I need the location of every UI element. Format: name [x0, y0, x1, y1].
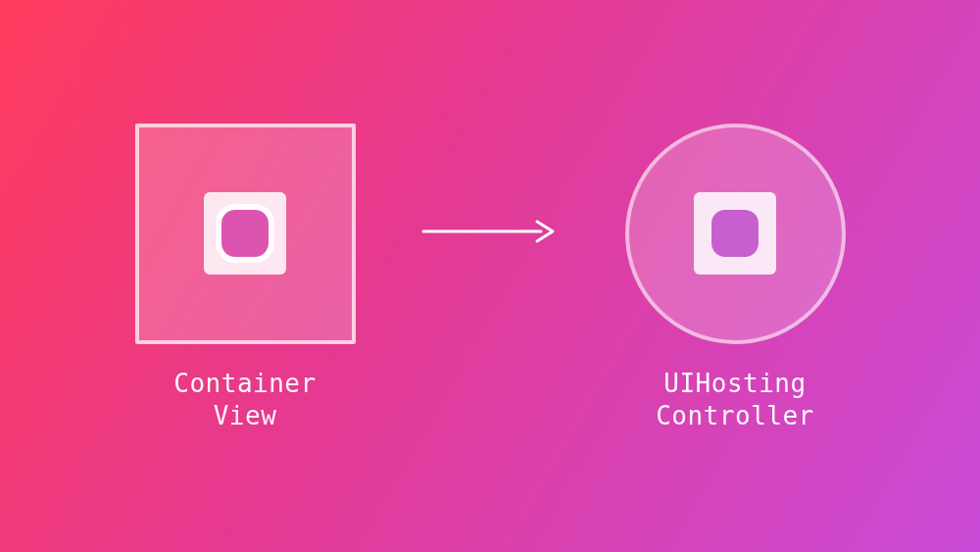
svg-rect-5 — [711, 210, 759, 257]
arrow-right-icon — [421, 218, 559, 249]
nested-square-icon — [196, 184, 294, 282]
uihosting-controller-shape-wrap — [625, 121, 846, 346]
uihosting-controller-col: UIHosting Controller — [608, 121, 862, 431]
diagram-row: Container View UIHosting Controller — [118, 121, 862, 431]
container-view-square — [135, 124, 356, 344]
arrow-wrap — [421, 121, 559, 346]
uihosting-controller-circle — [625, 124, 846, 344]
svg-rect-2 — [221, 210, 269, 257]
uihosting-controller-label: UIHosting Controller — [656, 368, 814, 431]
container-view-col: Container View — [118, 121, 372, 431]
container-view-shape-wrap — [135, 121, 356, 346]
nested-square-icon — [686, 184, 784, 282]
container-view-label: Container View — [173, 368, 316, 431]
